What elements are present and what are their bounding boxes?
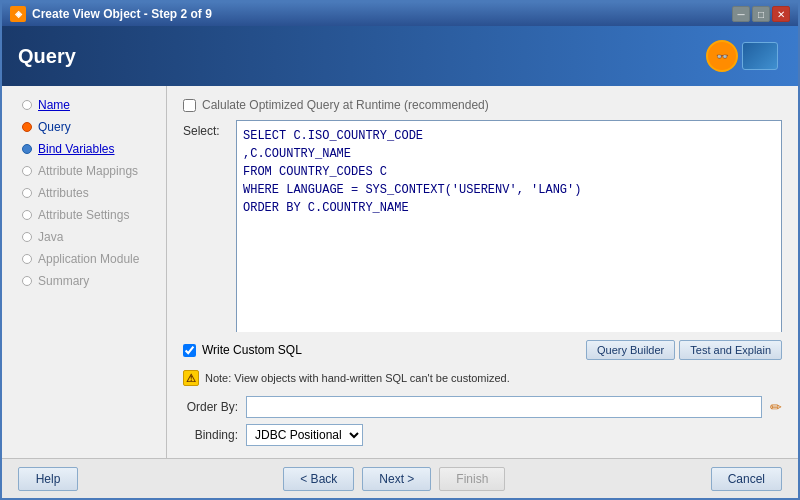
sidebar-item-bind-variables[interactable]: Bind Variables xyxy=(2,138,166,160)
next-button[interactable]: Next > xyxy=(362,467,431,491)
sidebar-label-summary: Summary xyxy=(38,274,89,288)
binding-label: Binding: xyxy=(183,428,238,442)
footer-center: < Back Next > Finish xyxy=(283,467,505,491)
query-section: Select: SELECT C.ISO_COUNTRY_CODE ,C.COU… xyxy=(183,120,782,332)
sidebar-dot-java xyxy=(22,232,32,242)
sidebar-dot-summary xyxy=(22,276,32,286)
close-button[interactable]: ✕ xyxy=(772,6,790,22)
binding-select[interactable]: JDBC Positional Named xyxy=(246,424,363,446)
custom-sql-row: Write Custom SQL Query Builder Test and … xyxy=(183,340,782,360)
sidebar-dot-attribute-mappings xyxy=(22,166,32,176)
note-text: Note: View objects with hand-written SQL… xyxy=(205,372,510,384)
footer-left: Help xyxy=(18,467,78,491)
sidebar-dot-attributes xyxy=(22,188,32,198)
sidebar-item-summary: Summary xyxy=(2,270,166,292)
cancel-button[interactable]: Cancel xyxy=(711,467,782,491)
binding-row: Binding: JDBC Positional Named xyxy=(183,424,782,446)
back-button[interactable]: < Back xyxy=(283,467,354,491)
write-custom-sql-label: Write Custom SQL xyxy=(202,343,302,357)
help-button[interactable]: Help xyxy=(18,467,78,491)
header-banner: Query 👓 xyxy=(2,26,798,86)
logo-box xyxy=(742,42,778,70)
calculate-checkbox-row: Calulate Optimized Query at Runtime (rec… xyxy=(183,98,782,112)
sidebar-item-attribute-settings: Attribute Settings xyxy=(2,204,166,226)
sidebar-item-attributes: Attributes xyxy=(2,182,166,204)
sidebar-item-java: Java xyxy=(2,226,166,248)
bottom-section: Write Custom SQL Query Builder Test and … xyxy=(183,340,782,446)
sidebar-item-attribute-mappings: Attribute Mappings xyxy=(2,160,166,182)
footer-right: Cancel xyxy=(711,467,782,491)
header-logo: 👓 xyxy=(706,40,778,72)
minimize-button[interactable]: ─ xyxy=(732,6,750,22)
action-buttons: Query Builder Test and Explain xyxy=(586,340,782,360)
sidebar-dot-name xyxy=(22,100,32,110)
order-by-label: Order By: xyxy=(183,400,238,414)
sql-textarea[interactable]: SELECT C.ISO_COUNTRY_CODE ,C.COUNTRY_NAM… xyxy=(236,120,782,332)
sidebar-label-attribute-mappings: Attribute Mappings xyxy=(38,164,138,178)
sidebar-label-bind-variables: Bind Variables xyxy=(38,142,115,156)
sidebar-label-java: Java xyxy=(38,230,63,244)
sidebar-item-name[interactable]: Name xyxy=(2,94,166,116)
app-icon: ◈ xyxy=(10,6,26,22)
write-custom-sql-checkbox[interactable] xyxy=(183,344,196,357)
sidebar: Name Query Bind Variables Attribute Mapp… xyxy=(2,86,167,458)
sidebar-label-query: Query xyxy=(38,120,71,134)
title-bar-left: ◈ Create View Object - Step 2 of 9 xyxy=(10,6,212,22)
window-title: Create View Object - Step 2 of 9 xyxy=(32,7,212,21)
sidebar-dot-query xyxy=(22,122,32,132)
sidebar-item-application-module: Application Module xyxy=(2,248,166,270)
main-content: Calulate Optimized Query at Runtime (rec… xyxy=(167,86,798,458)
main-window: ◈ Create View Object - Step 2 of 9 ─ □ ✕… xyxy=(0,0,800,500)
sidebar-label-application-module: Application Module xyxy=(38,252,139,266)
sidebar-label-attribute-settings: Attribute Settings xyxy=(38,208,129,222)
sidebar-dot-application-module xyxy=(22,254,32,264)
sidebar-item-query[interactable]: Query xyxy=(2,116,166,138)
order-by-input[interactable] xyxy=(246,396,762,418)
sidebar-dot-bind-variables xyxy=(22,144,32,154)
title-bar: ◈ Create View Object - Step 2 of 9 ─ □ ✕ xyxy=(2,2,798,26)
maximize-button[interactable]: □ xyxy=(752,6,770,22)
window-controls: ─ □ ✕ xyxy=(732,6,790,22)
content-area: Name Query Bind Variables Attribute Mapp… xyxy=(2,86,798,458)
sidebar-label-name: Name xyxy=(38,98,70,112)
calculate-checkbox-label: Calulate Optimized Query at Runtime (rec… xyxy=(202,98,489,112)
finish-button: Finish xyxy=(439,467,505,491)
note-row: ⚠ Note: View objects with hand-written S… xyxy=(183,366,782,390)
pencil-icon[interactable]: ✏ xyxy=(770,399,782,415)
select-label: Select: xyxy=(183,120,228,332)
custom-sql-left: Write Custom SQL xyxy=(183,343,302,357)
order-by-row: Order By: ✏ xyxy=(183,396,782,418)
sidebar-label-attributes: Attributes xyxy=(38,186,89,200)
page-title: Query xyxy=(18,45,76,68)
footer: Help < Back Next > Finish Cancel xyxy=(2,458,798,498)
calculate-checkbox[interactable] xyxy=(183,99,196,112)
warning-icon: ⚠ xyxy=(183,370,199,386)
query-builder-button[interactable]: Query Builder xyxy=(586,340,675,360)
test-explain-button[interactable]: Test and Explain xyxy=(679,340,782,360)
logo-glasses-icon: 👓 xyxy=(706,40,738,72)
sidebar-dot-attribute-settings xyxy=(22,210,32,220)
